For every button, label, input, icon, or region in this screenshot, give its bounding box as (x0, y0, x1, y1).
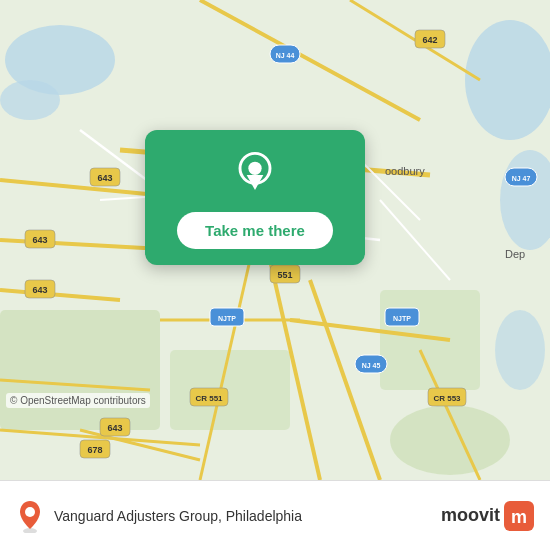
map-attribution: © OpenStreetMap contributors (6, 393, 150, 408)
svg-text:NJ 44: NJ 44 (276, 52, 295, 59)
svg-text:643: 643 (32, 235, 47, 245)
svg-rect-7 (170, 350, 290, 430)
svg-text:643: 643 (107, 423, 122, 433)
svg-text:678: 678 (87, 445, 102, 455)
location-pin-icon (230, 150, 280, 200)
svg-text:642: 642 (422, 35, 437, 45)
svg-point-2 (0, 80, 60, 120)
svg-text:NJ 47: NJ 47 (512, 175, 531, 182)
svg-text:643: 643 (97, 173, 112, 183)
svg-text:oodbury: oodbury (385, 165, 425, 177)
svg-point-66 (25, 507, 35, 517)
moovit-logo: moovit m (441, 501, 534, 531)
take-me-there-button[interactable]: Take me there (177, 212, 333, 249)
location-text: Vanguard Adjusters Group, Philadelphia (54, 508, 302, 524)
svg-point-5 (495, 310, 545, 390)
svg-text:Dep: Dep (505, 248, 525, 260)
svg-text:NJTP: NJTP (218, 315, 236, 322)
svg-text:CR 551: CR 551 (195, 394, 223, 403)
svg-text:m: m (511, 507, 527, 527)
svg-text:551: 551 (277, 270, 292, 280)
map-container: 643 643 643 643 NJ 44 642 NJ 46 551 NJ 4… (0, 0, 550, 480)
svg-text:643: 643 (32, 285, 47, 295)
svg-point-63 (248, 162, 261, 175)
moovit-icon: m (504, 501, 534, 531)
popup-card: Take me there (145, 130, 365, 265)
bottom-pin-icon (16, 499, 44, 533)
svg-rect-6 (0, 310, 160, 430)
svg-text:NJ 45: NJ 45 (362, 362, 381, 369)
svg-text:CR 553: CR 553 (433, 394, 461, 403)
moovit-text: moovit (441, 505, 500, 526)
svg-text:NJTP: NJTP (393, 315, 411, 322)
bottom-bar: Vanguard Adjusters Group, Philadelphia m… (0, 480, 550, 550)
